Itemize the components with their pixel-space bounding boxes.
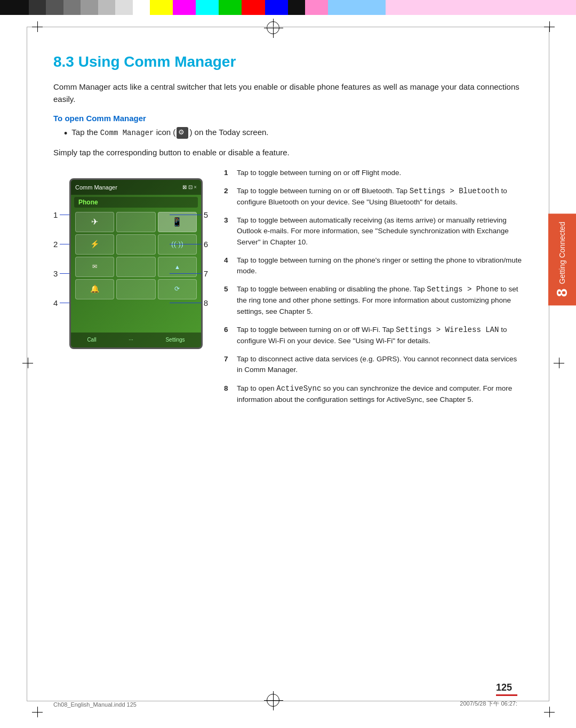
list-text-7: Tap to disconnect active data services (… (237, 354, 523, 376)
color-segment (0, 0, 29, 15)
page-number: 125 (496, 682, 517, 696)
sub-heading: To open Comm Manager (53, 114, 523, 123)
list-text-8: Tap to open ActiveSync so you can synchr… (237, 383, 523, 405)
list-item-3: 3 Tap to toggle between automatically re… (224, 215, 523, 248)
list-item-7: 7 Tap to disconnect active data services… (224, 354, 523, 376)
phone-btn-3: ✉ (75, 257, 114, 277)
list-num-5: 5 (224, 284, 233, 317)
phone-title-text: Comm Manager (75, 184, 117, 191)
color-segment (173, 0, 196, 15)
color-segment (196, 0, 219, 15)
instruction-text: Simply tap the corresponding button to e… (53, 147, 523, 159)
list-num-1: 1 (224, 168, 233, 178)
color-segment (265, 0, 288, 15)
num-label-7: 7 (204, 269, 208, 278)
phone-btn-4: 🔔 (75, 279, 114, 299)
color-segment (305, 0, 328, 15)
list-text-2: Tap to toggle between turning on or off … (237, 186, 523, 208)
list-num-7: 7 (224, 354, 233, 376)
num-label-4: 4 (53, 298, 58, 307)
phone-btn-spacer-4 (116, 279, 155, 299)
callout-6: 6 (170, 240, 208, 249)
phone-btn-settings: Settings (165, 337, 185, 343)
bt-icon: ⚡ (90, 240, 99, 249)
color-segment (242, 0, 265, 15)
list-item-6: 6 Tap to toggle between turning on or of… (224, 325, 523, 346)
num-label-3: 3 (53, 269, 58, 278)
phone-title-bar: Comm Manager ⊠ ⊡ × (71, 180, 201, 195)
chapter-label: Getting Connected (558, 222, 566, 284)
color-segment (219, 0, 242, 15)
phone-btn-spacer-3 (116, 257, 155, 277)
reg-mark-top (267, 21, 279, 34)
chapter-heading: 8.3 Using Comm Manager (53, 53, 523, 70)
list-text-1: Tap to toggle between turning on or off … (237, 168, 523, 178)
intro-text: Comm Manager acts like a central switche… (53, 81, 523, 105)
list-num-6: 6 (224, 325, 233, 346)
num-label-1: 1 (53, 210, 58, 219)
list-num-3: 3 (224, 215, 233, 248)
list-text-6: Tap to toggle between turning on or off … (237, 325, 523, 346)
phone-title-icons: ⊠ ⊡ × (182, 184, 197, 190)
list-item-4: 4 Tap to toggle between turning on the p… (224, 255, 523, 277)
chapter-tab: 8 Getting Connected (548, 213, 576, 305)
list-num-4: 4 (224, 255, 233, 277)
phone-btn-icon-1: ✈ (91, 217, 98, 227)
numbered-list: 1 Tap to toggle between turning on or of… (224, 168, 523, 405)
color-segment (46, 0, 63, 15)
list-num-8: 8 (224, 383, 233, 405)
phone-bottom-bar: Call ··· Settings (71, 333, 201, 347)
footer-right: 2007/5/28 下午 06:27: (460, 700, 517, 708)
callout-8: 8 (170, 298, 208, 307)
page-number-underline (496, 694, 517, 696)
num-label-6: 6 (204, 240, 208, 249)
color-segment (81, 0, 98, 15)
callout-line-7 (170, 273, 202, 274)
bullet-text: Tap the Comm Manager icon () on the Toda… (71, 127, 268, 139)
phone-btn-menu: ··· (129, 337, 133, 343)
page-border-right (549, 27, 549, 701)
phone-btn-2: ⚡ (75, 234, 114, 255)
list-item-2: 2 Tap to toggle between turning on or of… (224, 186, 523, 208)
phone-btn-call: Call (87, 337, 96, 343)
list-item-8: 8 Tap to open ActiveSync so you can sync… (224, 383, 523, 405)
list-item-5: 5 Tap to toggle between enabling or disa… (224, 284, 523, 317)
right-callout-numbers: 5 6 7 8 (170, 210, 208, 307)
chapter-number: 8 (554, 289, 571, 297)
email-icon: ✉ (92, 263, 97, 270)
callout-line-5 (170, 215, 202, 215)
callout-5: 5 (170, 210, 208, 219)
list-text-5: Tap to toggle between enabling or disabl… (237, 284, 523, 317)
comm-manager-text: Comm Manager (100, 129, 154, 137)
list-text-4: Tap to toggle between turning on the pho… (237, 255, 523, 277)
phone-btn-spacer-2 (116, 234, 155, 255)
color-segment (386, 0, 576, 15)
footer-left: Ch08_English_Manual.indd 125 (53, 701, 137, 708)
num-label-5: 5 (204, 210, 208, 219)
page-border-left (27, 27, 27, 701)
color-segment (98, 0, 115, 15)
comm-manager-icon (177, 127, 188, 139)
color-segment (63, 0, 81, 15)
page-border-top (27, 27, 549, 27)
cross-mark-bottom (267, 694, 279, 707)
color-segment (115, 0, 132, 15)
color-segment (150, 0, 173, 15)
color-segment (328, 0, 386, 15)
bullet-item: • Tap the Comm Manager icon () on the To… (64, 127, 523, 140)
callout-line-6 (170, 244, 202, 244)
callout-line-8 (170, 303, 202, 303)
color-segment (29, 0, 46, 15)
phone-btn-1: ✈ (75, 212, 114, 232)
main-content: 8.3 Using Comm Manager Comm Manager acts… (53, 53, 523, 675)
bullet-dot: • (64, 127, 67, 140)
phone-section-label: Phone (74, 197, 198, 208)
phone-image-column: 1 2 3 4 Comm Manager (53, 168, 208, 413)
color-segment (132, 0, 149, 15)
callout-7: 7 (170, 269, 208, 278)
phone-btn-spacer-1 (116, 212, 155, 232)
num-label-8: 8 (204, 298, 208, 307)
ringer-icon: 🔔 (90, 284, 99, 294)
color-segment (288, 0, 305, 15)
list-num-2: 2 (224, 186, 233, 208)
